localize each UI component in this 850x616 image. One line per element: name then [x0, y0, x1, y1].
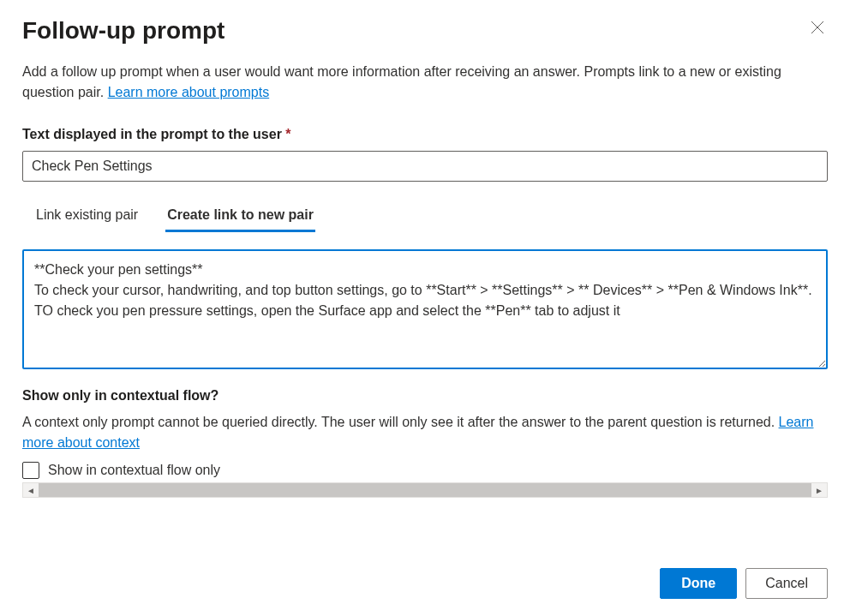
dialog-subtitle: Add a follow up prompt when a user would…	[22, 62, 828, 103]
required-marker: *	[285, 127, 290, 141]
close-button[interactable]	[807, 17, 828, 40]
display-text-input[interactable]	[22, 151, 828, 182]
contextual-flow-description: A context only prompt cannot be queried …	[22, 412, 828, 453]
cancel-button[interactable]: Cancel	[745, 568, 828, 599]
contextual-checkbox-label[interactable]: Show in contextual flow only	[48, 463, 220, 478]
tab-link-existing-pair[interactable]: Link existing pair	[34, 200, 140, 232]
dialog-body: Add a follow up prompt when a user would…	[22, 62, 828, 568]
display-text-label: Text displayed in the prompt to the user…	[22, 127, 828, 142]
done-button[interactable]: Done	[660, 568, 737, 599]
horizontal-scrollbar[interactable]: ◄ ►	[22, 482, 828, 498]
scroll-left-arrow[interactable]: ◄	[23, 483, 39, 497]
contextual-checkbox-row: Show in contextual flow only	[22, 462, 828, 479]
dialog-footer: Done Cancel	[22, 568, 828, 599]
answer-textarea[interactable]: **Check your pen settings** To check you…	[22, 249, 828, 369]
scroll-right-arrow[interactable]: ►	[811, 483, 827, 497]
learn-more-prompts-link[interactable]: Learn more about prompts	[108, 85, 270, 99]
tabs: Link existing pair Create link to new pa…	[22, 200, 828, 232]
contextual-flow-checkbox[interactable]	[22, 462, 39, 479]
dialog-title: Follow-up prompt	[22, 17, 224, 45]
contextual-flow-label: Show only in contextual flow?	[22, 388, 828, 404]
dialog-header: Follow-up prompt	[22, 17, 828, 45]
follow-up-prompt-dialog: Follow-up prompt Add a follow up prompt …	[0, 0, 850, 616]
tab-create-link-new-pair[interactable]: Create link to new pair	[165, 200, 315, 232]
scroll-track[interactable]	[39, 483, 811, 497]
close-icon	[811, 21, 824, 34]
